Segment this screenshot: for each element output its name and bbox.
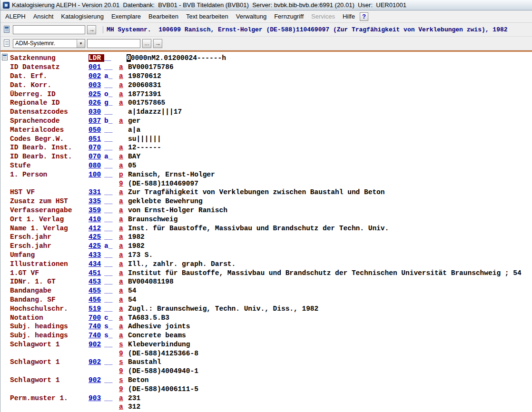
field-value[interactable]: BV000175786: [128, 63, 532, 71]
field-tag[interactable]: 003: [89, 81, 104, 89]
subfield-code[interactable]: a: [119, 144, 128, 151]
field-indicators[interactable]: __: [104, 225, 119, 232]
field-tag[interactable]: 051: [89, 135, 104, 143]
menu-aleph[interactable]: ALEPH: [1, 11, 30, 21]
field-value[interactable]: ger: [128, 117, 532, 125]
subfield-code[interactable]: a: [119, 323, 128, 330]
field-value[interactable]: 12------: [128, 144, 532, 151]
field-value[interactable]: Ranisch, Ernst-Holger: [128, 171, 532, 178]
field-value[interactable]: Beton: [128, 376, 532, 384]
field-value[interactable]: 18771391: [128, 90, 532, 98]
search-type-combobox[interactable]: ADM-Systemnr. ▼: [13, 39, 85, 48]
field-tag[interactable]: 070: [89, 144, 104, 151]
subfield-code[interactable]: a: [119, 269, 128, 277]
field-value[interactable]: Ill., zahlr. graph. Darst.: [128, 260, 532, 268]
field-indicators[interactable]: __: [104, 233, 119, 241]
field-value[interactable]: 54: [128, 287, 532, 294]
subfield-code[interactable]: a: [119, 153, 128, 160]
field-indicators[interactable]: __: [104, 358, 119, 366]
subfield-code[interactable]: a: [119, 225, 128, 232]
field-value[interactable]: Concrete beams: [128, 332, 532, 339]
field-tag[interactable]: 050: [89, 126, 104, 134]
field-indicators[interactable]: __: [104, 197, 119, 205]
subfield-code[interactable]: 9: [119, 180, 128, 187]
field-tag[interactable]: 902: [89, 376, 104, 384]
field-tag[interactable]: 700: [89, 314, 104, 322]
subfield-code[interactable]: a: [119, 81, 128, 89]
field-indicators[interactable]: __: [104, 287, 119, 294]
field-tag[interactable]: 902: [89, 341, 104, 348]
help-question-icon[interactable]: ?: [360, 12, 368, 21]
subfield-code[interactable]: a: [119, 99, 128, 107]
subfield-code[interactable]: a: [119, 90, 128, 98]
subfield-code[interactable]: p: [119, 171, 128, 178]
field-value[interactable]: Inst. für Baustoffe, Massivbau und Brand…: [128, 225, 532, 232]
field-indicators[interactable]: __: [104, 341, 119, 348]
menu-verwaltung[interactable]: Verwaltung: [232, 11, 270, 21]
field-value[interactable]: Braunschweig: [128, 216, 532, 223]
field-value[interactable]: (DE-588)4125366-8: [128, 350, 532, 357]
subfield-code[interactable]: a: [119, 72, 128, 80]
field-indicators[interactable]: __: [104, 135, 119, 143]
field-tag[interactable]: 412: [89, 225, 104, 232]
field-indicators[interactable]: s_: [104, 332, 119, 339]
field-tag[interactable]: 456: [89, 296, 104, 304]
field-value[interactable]: 1982: [128, 233, 532, 241]
field-tag[interactable]: 002: [89, 72, 104, 80]
field-tag[interactable]: 903: [89, 394, 104, 402]
field-value[interactable]: 231: [128, 394, 532, 402]
field-indicators[interactable]: o_: [104, 90, 119, 98]
subfield-code[interactable]: a: [119, 394, 128, 402]
field-tag[interactable]: 026: [89, 99, 104, 107]
field-tag[interactable]: 453: [89, 278, 104, 285]
field-indicators[interactable]: __: [104, 394, 119, 402]
field-indicators[interactable]: __: [104, 63, 119, 71]
subfield-code[interactable]: a: [119, 162, 128, 169]
field-indicators[interactable]: b_: [104, 117, 119, 125]
field-value[interactable]: 19870612: [128, 72, 532, 80]
field-tag[interactable]: 335: [89, 197, 104, 205]
subfield-code[interactable]: a: [119, 251, 128, 259]
field-indicators[interactable]: __: [104, 188, 119, 196]
field-tag[interactable]: 410: [89, 216, 104, 223]
subfield-code[interactable]: a: [119, 403, 128, 411]
field-tag[interactable]: 070: [89, 153, 104, 160]
field-indicators[interactable]: a_: [104, 72, 119, 80]
field-indicators[interactable]: __: [104, 260, 119, 268]
admin-search-input[interactable]: [87, 39, 140, 48]
admin-go-button[interactable]: [153, 39, 162, 48]
subfield-code[interactable]: a: [119, 278, 128, 285]
subfield-code[interactable]: a: [119, 332, 128, 339]
subfield-code[interactable]: a: [119, 287, 128, 294]
field-value[interactable]: 001757865: [128, 99, 532, 107]
field-value[interactable]: BAY: [128, 153, 532, 160]
field-value[interactable]: 00000nM2.01200024------h: [127, 54, 532, 62]
field-indicators[interactable]: __: [104, 162, 119, 169]
field-value[interactable]: (DE-588)4004940-1: [128, 367, 532, 375]
field-value[interactable]: a|1dazzz|||17: [128, 108, 532, 116]
field-value[interactable]: Institut für Baustoffe, Massivbau und Br…: [128, 269, 532, 277]
field-value[interactable]: 20060831: [128, 81, 532, 89]
field-value[interactable]: Adhesive joints: [128, 323, 532, 330]
field-value[interactable]: Baustahl: [128, 358, 532, 366]
field-tag[interactable]: 740: [89, 323, 104, 330]
menu-text-bearbeiten[interactable]: Text bearbeiten: [182, 11, 232, 21]
field-value[interactable]: Klebeverbindung: [128, 341, 532, 348]
field-tag[interactable]: 331: [89, 188, 104, 196]
field-tag[interactable]: 100: [89, 171, 104, 178]
field-value[interactable]: su||||||: [128, 135, 532, 143]
subfield-code[interactable]: 9: [119, 350, 128, 357]
field-tag[interactable]: 451: [89, 269, 104, 277]
field-value[interactable]: Zugl.: Braunschweig, Techn. Univ., Diss.…: [128, 305, 532, 313]
field-tag[interactable]: 025: [89, 90, 104, 98]
field-indicators[interactable]: __: [104, 171, 119, 178]
field-tag[interactable]: 455: [89, 287, 104, 294]
subfield-code[interactable]: a: [119, 260, 128, 268]
subfield-code[interactable]: a: [119, 233, 128, 241]
subfield-code[interactable]: a: [119, 206, 128, 214]
subfield-code[interactable]: a: [119, 296, 128, 304]
field-indicators[interactable]: c_: [104, 314, 119, 322]
field-indicators[interactable]: __: [104, 269, 119, 277]
field-value[interactable]: 05: [128, 162, 532, 169]
field-indicators[interactable]: __: [104, 296, 119, 304]
